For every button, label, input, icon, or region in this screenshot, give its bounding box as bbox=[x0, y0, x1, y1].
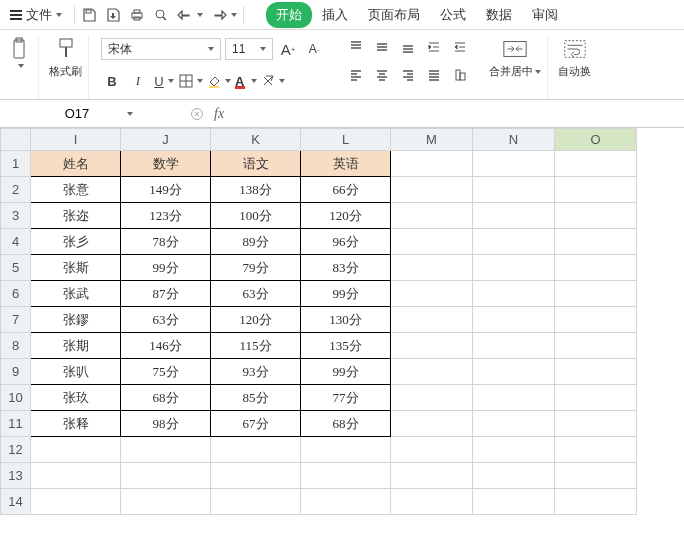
cell[interactable]: 93分 bbox=[211, 359, 301, 385]
cell[interactable] bbox=[555, 359, 637, 385]
cell[interactable]: 68分 bbox=[121, 385, 211, 411]
font-color-button[interactable]: A bbox=[235, 70, 257, 92]
cell[interactable] bbox=[473, 463, 555, 489]
column-header[interactable]: L bbox=[301, 129, 391, 151]
cell[interactable]: 149分 bbox=[121, 177, 211, 203]
cell[interactable] bbox=[391, 281, 473, 307]
tab-review[interactable]: 审阅 bbox=[522, 2, 568, 28]
cell[interactable] bbox=[391, 437, 473, 463]
cell[interactable]: 146分 bbox=[121, 333, 211, 359]
cell[interactable]: 张意 bbox=[31, 177, 121, 203]
row-header[interactable]: 13 bbox=[1, 463, 31, 489]
border-button[interactable] bbox=[179, 70, 203, 92]
cell[interactable]: 张释 bbox=[31, 411, 121, 437]
indent-increase-button[interactable] bbox=[449, 36, 471, 58]
column-header[interactable]: O bbox=[555, 129, 637, 151]
cell[interactable]: 79分 bbox=[211, 255, 301, 281]
align-middle-button[interactable] bbox=[371, 36, 393, 58]
cell[interactable]: 张叭 bbox=[31, 359, 121, 385]
cell[interactable]: 张斯 bbox=[31, 255, 121, 281]
cell[interactable]: 99分 bbox=[121, 255, 211, 281]
tab-page-layout[interactable]: 页面布局 bbox=[358, 2, 430, 28]
row-header[interactable]: 12 bbox=[1, 437, 31, 463]
italic-button[interactable]: I bbox=[127, 70, 149, 92]
cell[interactable] bbox=[391, 229, 473, 255]
cell[interactable] bbox=[555, 411, 637, 437]
fill-color-button[interactable] bbox=[207, 70, 231, 92]
cell[interactable] bbox=[473, 359, 555, 385]
cell[interactable]: 99分 bbox=[301, 281, 391, 307]
cell[interactable]: 张彡 bbox=[31, 229, 121, 255]
cell[interactable]: 85分 bbox=[211, 385, 301, 411]
cell[interactable]: 130分 bbox=[301, 307, 391, 333]
merge-center-button[interactable] bbox=[502, 36, 528, 62]
row-header[interactable]: 6 bbox=[1, 281, 31, 307]
cell[interactable] bbox=[391, 385, 473, 411]
undo-icon[interactable] bbox=[177, 7, 203, 23]
cell[interactable]: 89分 bbox=[211, 229, 301, 255]
cell[interactable] bbox=[555, 151, 637, 177]
font-name-select[interactable]: 宋体 bbox=[101, 38, 221, 60]
column-header[interactable]: I bbox=[31, 129, 121, 151]
select-all-corner[interactable] bbox=[1, 129, 31, 151]
cell[interactable]: 123分 bbox=[121, 203, 211, 229]
orientation-button[interactable] bbox=[449, 64, 471, 86]
cell[interactable] bbox=[473, 255, 555, 281]
print-preview-icon[interactable] bbox=[153, 7, 169, 23]
cell[interactable]: 87分 bbox=[121, 281, 211, 307]
cell[interactable]: 78分 bbox=[121, 229, 211, 255]
cell[interactable] bbox=[555, 307, 637, 333]
cell[interactable]: 75分 bbox=[121, 359, 211, 385]
cell[interactable]: 98分 bbox=[121, 411, 211, 437]
cell[interactable] bbox=[391, 255, 473, 281]
cell[interactable]: 数学 bbox=[121, 151, 211, 177]
cell[interactable] bbox=[301, 463, 391, 489]
wrap-text-button[interactable] bbox=[562, 36, 588, 62]
name-box[interactable] bbox=[0, 100, 180, 127]
align-right-button[interactable] bbox=[397, 64, 419, 86]
cell[interactable] bbox=[555, 177, 637, 203]
cell[interactable]: 姓名 bbox=[31, 151, 121, 177]
cell[interactable] bbox=[31, 489, 121, 515]
fx-icon[interactable]: fx bbox=[214, 106, 224, 122]
file-menu[interactable]: 文件 bbox=[4, 4, 68, 26]
redo-icon[interactable] bbox=[211, 7, 237, 23]
cell[interactable] bbox=[211, 463, 301, 489]
bold-button[interactable]: B bbox=[101, 70, 123, 92]
cell[interactable]: 77分 bbox=[301, 385, 391, 411]
row-header[interactable]: 14 bbox=[1, 489, 31, 515]
cell[interactable] bbox=[473, 489, 555, 515]
tab-start[interactable]: 开始 bbox=[266, 2, 312, 28]
tab-formula[interactable]: 公式 bbox=[430, 2, 476, 28]
indent-decrease-button[interactable] bbox=[423, 36, 445, 58]
cell[interactable] bbox=[473, 177, 555, 203]
cell[interactable] bbox=[391, 203, 473, 229]
cell[interactable] bbox=[473, 151, 555, 177]
cell[interactable]: 63分 bbox=[211, 281, 301, 307]
formula-input[interactable] bbox=[234, 100, 684, 127]
spreadsheet[interactable]: IJKLMNO1姓名数学语文英语2张意149分138分66分3张迩123分100… bbox=[0, 128, 684, 552]
align-left-button[interactable] bbox=[345, 64, 367, 86]
cell[interactable] bbox=[473, 437, 555, 463]
align-top-button[interactable] bbox=[345, 36, 367, 58]
cell[interactable] bbox=[473, 333, 555, 359]
cell[interactable]: 96分 bbox=[301, 229, 391, 255]
cell[interactable] bbox=[391, 307, 473, 333]
cell[interactable] bbox=[31, 463, 121, 489]
cell[interactable] bbox=[555, 463, 637, 489]
column-header[interactable]: J bbox=[121, 129, 211, 151]
row-header[interactable]: 8 bbox=[1, 333, 31, 359]
cell[interactable]: 66分 bbox=[301, 177, 391, 203]
cell[interactable] bbox=[391, 489, 473, 515]
cell[interactable] bbox=[555, 229, 637, 255]
row-header[interactable]: 9 bbox=[1, 359, 31, 385]
cell[interactable] bbox=[555, 281, 637, 307]
cell[interactable] bbox=[121, 489, 211, 515]
cell[interactable]: 张迩 bbox=[31, 203, 121, 229]
cell[interactable] bbox=[473, 281, 555, 307]
cell[interactable] bbox=[391, 177, 473, 203]
cell[interactable]: 63分 bbox=[121, 307, 211, 333]
cell[interactable]: 120分 bbox=[211, 307, 301, 333]
row-header[interactable]: 7 bbox=[1, 307, 31, 333]
cell[interactable]: 115分 bbox=[211, 333, 301, 359]
